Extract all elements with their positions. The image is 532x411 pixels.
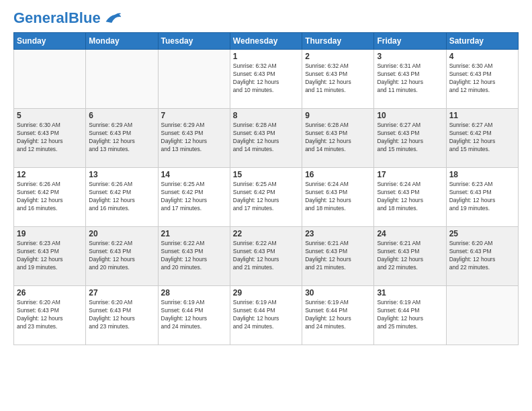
day-info: Sunrise: 6:20 AMSunset: 6:43 PMDaylight:… (449, 240, 515, 272)
day-number: 1 (233, 52, 299, 61)
calendar-header-row: Sunday Monday Tuesday Wednesday Thursday… (14, 33, 519, 50)
table-row: 19Sunrise: 6:23 AMSunset: 6:43 PMDayligh… (14, 227, 86, 286)
day-number: 4 (449, 52, 515, 61)
day-info: Sunrise: 6:22 AMSunset: 6:43 PMDaylight:… (161, 240, 227, 272)
page: GeneralBlue Sunday Monday Tuesday Wednes… (0, 0, 532, 411)
header: GeneralBlue (13, 11, 519, 26)
table-row: 23Sunrise: 6:21 AMSunset: 6:43 PMDayligh… (302, 227, 374, 286)
day-info: Sunrise: 6:27 AMSunset: 6:43 PMDaylight:… (377, 122, 443, 154)
table-row: 9Sunrise: 6:28 AMSunset: 6:43 PMDaylight… (302, 109, 374, 168)
table-row (86, 50, 158, 109)
day-number: 17 (377, 170, 443, 179)
day-info: Sunrise: 6:20 AMSunset: 6:43 PMDaylight:… (89, 299, 154, 331)
col-thursday: Thursday (302, 33, 374, 50)
day-info: Sunrise: 6:26 AMSunset: 6:42 PMDaylight:… (17, 181, 83, 213)
table-row: 14Sunrise: 6:25 AMSunset: 6:42 PMDayligh… (158, 168, 230, 227)
table-row: 3Sunrise: 6:31 AMSunset: 6:43 PMDaylight… (374, 50, 446, 109)
col-sunday: Sunday (14, 33, 86, 50)
table-row: 20Sunrise: 6:22 AMSunset: 6:43 PMDayligh… (86, 227, 158, 286)
logo-blue: Blue (69, 9, 101, 26)
day-info: Sunrise: 6:23 AMSunset: 6:43 PMDaylight:… (449, 181, 515, 213)
table-row: 13Sunrise: 6:26 AMSunset: 6:42 PMDayligh… (86, 168, 158, 227)
logo-general: General (13, 9, 69, 26)
day-info: Sunrise: 6:21 AMSunset: 6:43 PMDaylight:… (305, 240, 371, 272)
col-saturday: Saturday (446, 33, 518, 50)
logo-text: GeneralBlue (13, 11, 101, 26)
day-number: 5 (17, 111, 83, 120)
day-info: Sunrise: 6:27 AMSunset: 6:42 PMDaylight:… (449, 122, 515, 154)
day-number: 19 (17, 229, 83, 238)
day-info: Sunrise: 6:28 AMSunset: 6:43 PMDaylight:… (305, 122, 371, 154)
day-info: Sunrise: 6:19 AMSunset: 6:44 PMDaylight:… (377, 299, 443, 331)
day-info: Sunrise: 6:19 AMSunset: 6:44 PMDaylight:… (161, 299, 227, 331)
day-info: Sunrise: 6:19 AMSunset: 6:44 PMDaylight:… (233, 299, 299, 331)
table-row: 28Sunrise: 6:19 AMSunset: 6:44 PMDayligh… (158, 286, 230, 345)
table-row: 4Sunrise: 6:30 AMSunset: 6:43 PMDaylight… (446, 50, 518, 109)
table-row: 18Sunrise: 6:23 AMSunset: 6:43 PMDayligh… (446, 168, 518, 227)
day-number: 10 (377, 111, 443, 120)
day-number: 31 (377, 288, 443, 298)
day-info: Sunrise: 6:20 AMSunset: 6:43 PMDaylight:… (17, 299, 83, 331)
day-info: Sunrise: 6:29 AMSunset: 6:43 PMDaylight:… (161, 122, 227, 154)
day-number: 2 (305, 52, 371, 61)
table-row: 29Sunrise: 6:19 AMSunset: 6:44 PMDayligh… (230, 286, 302, 345)
day-number: 8 (233, 111, 299, 120)
day-number: 28 (161, 288, 227, 298)
table-row (14, 50, 86, 109)
table-row: 21Sunrise: 6:22 AMSunset: 6:43 PMDayligh… (158, 227, 230, 286)
day-info: Sunrise: 6:32 AMSunset: 6:43 PMDaylight:… (305, 62, 371, 95)
day-number: 15 (233, 170, 299, 179)
day-info: Sunrise: 6:25 AMSunset: 6:42 PMDaylight:… (233, 181, 299, 213)
table-row: 12Sunrise: 6:26 AMSunset: 6:42 PMDayligh… (14, 168, 86, 227)
day-info: Sunrise: 6:23 AMSunset: 6:43 PMDaylight:… (17, 240, 83, 272)
calendar-table: Sunday Monday Tuesday Wednesday Thursday… (13, 32, 519, 345)
day-info: Sunrise: 6:31 AMSunset: 6:43 PMDaylight:… (377, 62, 443, 95)
table-row: 22Sunrise: 6:22 AMSunset: 6:43 PMDayligh… (230, 227, 302, 286)
table-row: 2Sunrise: 6:32 AMSunset: 6:43 PMDaylight… (302, 50, 374, 109)
col-friday: Friday (374, 33, 446, 50)
day-number: 9 (305, 111, 371, 120)
day-info: Sunrise: 6:26 AMSunset: 6:42 PMDaylight:… (89, 181, 154, 213)
day-number: 30 (305, 288, 371, 298)
col-tuesday: Tuesday (158, 33, 230, 50)
table-row: 31Sunrise: 6:19 AMSunset: 6:44 PMDayligh… (374, 286, 446, 345)
day-info: Sunrise: 6:24 AMSunset: 6:43 PMDaylight:… (305, 181, 371, 213)
table-row: 25Sunrise: 6:20 AMSunset: 6:43 PMDayligh… (446, 227, 518, 286)
day-info: Sunrise: 6:32 AMSunset: 6:43 PMDaylight:… (233, 62, 299, 95)
day-number: 3 (377, 52, 443, 61)
table-row: 17Sunrise: 6:24 AMSunset: 6:43 PMDayligh… (374, 168, 446, 227)
day-number: 7 (161, 111, 227, 120)
day-info: Sunrise: 6:19 AMSunset: 6:44 PMDaylight:… (305, 299, 371, 331)
table-row: 16Sunrise: 6:24 AMSunset: 6:43 PMDayligh… (302, 168, 374, 227)
logo: GeneralBlue (13, 11, 122, 26)
table-row: 30Sunrise: 6:19 AMSunset: 6:44 PMDayligh… (302, 286, 374, 345)
table-row: 1Sunrise: 6:32 AMSunset: 6:43 PMDaylight… (230, 50, 302, 109)
day-number: 27 (89, 288, 154, 298)
calendar-week-row: 5Sunrise: 6:30 AMSunset: 6:43 PMDaylight… (14, 109, 519, 168)
calendar-week-row: 26Sunrise: 6:20 AMSunset: 6:43 PMDayligh… (14, 286, 519, 345)
table-row (446, 286, 518, 345)
day-number: 24 (377, 229, 443, 238)
day-number: 29 (233, 288, 299, 298)
day-number: 18 (449, 170, 515, 179)
table-row: 6Sunrise: 6:29 AMSunset: 6:43 PMDaylight… (86, 109, 158, 168)
day-number: 23 (305, 229, 371, 238)
day-info: Sunrise: 6:25 AMSunset: 6:42 PMDaylight:… (161, 181, 227, 213)
day-number: 21 (161, 229, 227, 238)
day-info: Sunrise: 6:21 AMSunset: 6:43 PMDaylight:… (377, 240, 443, 272)
table-row: 24Sunrise: 6:21 AMSunset: 6:43 PMDayligh… (374, 227, 446, 286)
calendar-week-row: 12Sunrise: 6:26 AMSunset: 6:42 PMDayligh… (14, 168, 519, 227)
table-row: 5Sunrise: 6:30 AMSunset: 6:43 PMDaylight… (14, 109, 86, 168)
day-number: 6 (89, 111, 154, 120)
day-number: 26 (17, 288, 83, 298)
day-number: 16 (305, 170, 371, 179)
col-monday: Monday (86, 33, 158, 50)
table-row: 15Sunrise: 6:25 AMSunset: 6:42 PMDayligh… (230, 168, 302, 227)
day-number: 22 (233, 229, 299, 238)
day-info: Sunrise: 6:24 AMSunset: 6:43 PMDaylight:… (377, 181, 443, 213)
day-info: Sunrise: 6:22 AMSunset: 6:43 PMDaylight:… (89, 240, 154, 272)
day-info: Sunrise: 6:28 AMSunset: 6:43 PMDaylight:… (233, 122, 299, 154)
day-number: 20 (89, 229, 154, 238)
day-number: 14 (161, 170, 227, 179)
day-info: Sunrise: 6:22 AMSunset: 6:43 PMDaylight:… (233, 240, 299, 272)
